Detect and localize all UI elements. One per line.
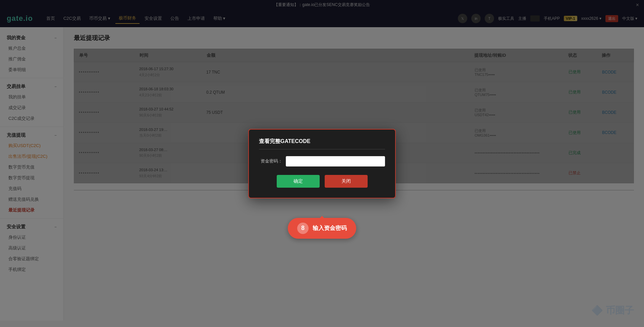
tooltip-bubble: 8 输入资金密码 xyxy=(288,218,356,239)
modal: 查看完整GATECODE 资金密码： 确定 关闭 xyxy=(248,129,396,198)
modal-title: 查看完整GATECODE xyxy=(259,138,385,149)
close-button[interactable]: 关闭 xyxy=(325,175,368,188)
tooltip-text: 输入资金密码 xyxy=(313,224,347,232)
modal-wrapper: 查看完整GATECODE 资金密码： 确定 关闭 8 输入资金密码 xyxy=(248,129,396,198)
modal-form-row: 资金密码： xyxy=(259,156,385,167)
modal-buttons: 确定 关闭 xyxy=(259,175,385,188)
modal-overlay: 查看完整GATECODE 资金密码： 确定 关闭 8 输入资金密码 xyxy=(0,0,644,321)
modal-label: 资金密码： xyxy=(259,158,282,164)
password-input[interactable] xyxy=(286,156,385,167)
confirm-button[interactable]: 确定 xyxy=(277,175,320,188)
step-number: 8 xyxy=(297,223,309,234)
